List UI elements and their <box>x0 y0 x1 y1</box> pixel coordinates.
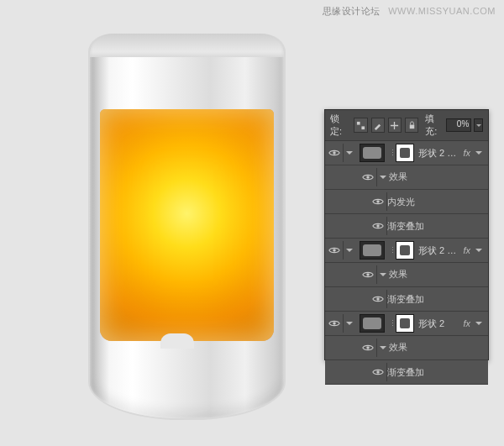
svg-point-7 <box>333 249 336 252</box>
svg-point-10 <box>333 322 336 325</box>
expand-toggle-icon[interactable] <box>377 270 389 280</box>
lock-position-icon[interactable] <box>388 118 402 133</box>
lock-transparency-icon[interactable] <box>354 118 367 133</box>
svg-rect-0 <box>357 121 360 124</box>
effects-label: 效果 <box>389 342 407 354</box>
fx-toggle-icon[interactable] <box>473 149 485 158</box>
visibility-toggle-icon[interactable] <box>369 217 387 235</box>
svg-rect-1 <box>361 126 365 129</box>
layer-row[interactable]: ⋮ 形状 2 拷贝 3 fx <box>325 141 488 165</box>
expand-toggle-icon[interactable] <box>344 319 355 328</box>
fx-toggle-icon[interactable] <box>473 319 485 328</box>
visibility-toggle-icon[interactable] <box>359 168 377 186</box>
lock-brush-icon[interactable] <box>371 118 385 133</box>
vector-mask-thumbnail[interactable] <box>396 314 414 333</box>
layer-row[interactable]: ⋮ 形状 2 拷贝 2 fx <box>325 239 488 263</box>
fx-badge[interactable]: fx <box>463 318 470 328</box>
svg-point-4 <box>366 176 370 179</box>
link-icon: ⋮ <box>389 319 396 328</box>
layer-thumbnail[interactable] <box>360 314 385 333</box>
effect-name: 渐变叠加 <box>387 220 424 233</box>
layer-thumbnail[interactable] <box>360 144 385 162</box>
fill-dropdown-icon[interactable] <box>474 118 483 132</box>
visibility-toggle-icon[interactable] <box>369 290 387 308</box>
svg-point-11 <box>366 346 370 349</box>
visibility-toggle-icon[interactable] <box>359 338 377 357</box>
svg-point-9 <box>376 297 380 301</box>
panel-header: 锁定: 填充: 0% <box>325 110 488 141</box>
effect-row[interactable]: 渐变叠加 <box>325 287 488 312</box>
fill-input[interactable]: 0% <box>446 118 471 132</box>
visibility-toggle-icon[interactable] <box>369 363 387 381</box>
effect-row[interactable]: 渐变叠加 <box>325 214 488 239</box>
layer-name[interactable]: 形状 2 拷贝 3 <box>418 147 460 160</box>
visibility-toggle-icon[interactable] <box>325 241 344 260</box>
effect-row[interactable]: 内发光 <box>325 190 488 214</box>
layer-name[interactable]: 形状 2 <box>418 317 460 330</box>
link-icon: ⋮ <box>389 149 396 157</box>
effect-name: 内发光 <box>387 196 415 208</box>
fill-label: 填充: <box>425 113 444 138</box>
layers-panel: 锁定: 填充: 0% ⋮ 形状 2 拷贝 3 fx 效果 <box>324 109 489 360</box>
lock-all-icon[interactable] <box>405 118 418 133</box>
expand-toggle-icon[interactable] <box>344 246 355 255</box>
effect-name: 渐变叠加 <box>387 293 424 306</box>
watermark-cn: 思缘设计论坛 <box>323 6 381 16</box>
effects-header[interactable]: 效果 <box>325 263 488 287</box>
layer-name[interactable]: 形状 2 拷贝 2 <box>418 244 460 257</box>
link-icon: ⋮ <box>389 246 396 254</box>
vector-mask-thumbnail[interactable] <box>396 241 414 260</box>
effects-label: 效果 <box>389 171 407 183</box>
lock-label: 锁定: <box>330 113 349 138</box>
glass-illustration <box>88 34 286 420</box>
fx-toggle-icon[interactable] <box>473 246 485 255</box>
effects-header[interactable]: 效果 <box>325 336 488 360</box>
visibility-toggle-icon[interactable] <box>369 192 387 211</box>
watermark: 思缘设计论坛 WWW.MISSYUAN.COM <box>323 5 496 18</box>
watermark-url: WWW.MISSYUAN.COM <box>388 6 496 16</box>
effect-name: 渐变叠加 <box>387 366 424 379</box>
fill-control: 填充: 0% <box>425 113 483 138</box>
svg-point-8 <box>366 273 370 276</box>
expand-toggle-icon[interactable] <box>377 344 389 353</box>
svg-rect-2 <box>409 124 414 129</box>
svg-point-6 <box>376 224 380 228</box>
fx-badge[interactable]: fx <box>463 148 470 158</box>
expand-toggle-icon[interactable] <box>377 173 389 182</box>
layers-list: ⋮ 形状 2 拷贝 3 fx 效果 内发光 渐变叠加 ⋮ 形状 2 拷贝 2 <box>325 141 488 359</box>
juice-fill <box>100 109 274 341</box>
svg-point-5 <box>376 200 380 203</box>
layer-thumbnail[interactable] <box>360 241 385 260</box>
vector-mask-thumbnail[interactable] <box>396 144 414 162</box>
effects-label: 效果 <box>389 269 407 281</box>
svg-point-12 <box>376 370 380 374</box>
fx-badge[interactable]: fx <box>463 245 470 255</box>
effects-header[interactable]: 效果 <box>325 165 488 190</box>
layer-row[interactable]: ⋮ 形状 2 fx <box>325 312 488 336</box>
effect-row[interactable]: 渐变叠加 <box>325 360 488 385</box>
visibility-toggle-icon[interactable] <box>325 144 344 162</box>
expand-toggle-icon[interactable] <box>344 149 355 158</box>
visibility-toggle-icon[interactable] <box>325 314 344 333</box>
visibility-toggle-icon[interactable] <box>359 265 377 284</box>
svg-point-3 <box>333 151 336 155</box>
